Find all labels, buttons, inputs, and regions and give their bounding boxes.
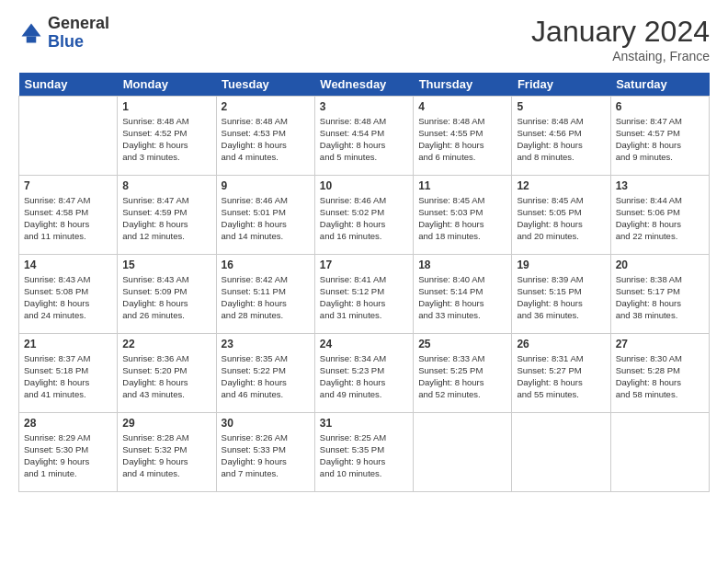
cell-line: Daylight: 8 hours: [222, 140, 310, 152]
cell-content: 17Sunrise: 8:41 AMSunset: 5:12 PMDayligh…: [320, 258, 408, 321]
cell-line: Sunset: 5:08 PM: [24, 286, 112, 298]
cell-line: Daylight: 8 hours: [122, 140, 210, 152]
cell-line: and 38 minutes.: [616, 310, 704, 322]
calendar-cell: 19Sunrise: 8:39 AMSunset: 5:15 PMDayligh…: [512, 255, 610, 334]
cell-line: Sunrise: 8:30 AM: [616, 353, 704, 365]
day-number: 28: [24, 416, 112, 431]
cell-line: and 26 minutes.: [122, 310, 210, 322]
calendar-cell: [19, 97, 118, 176]
calendar-cell: 18Sunrise: 8:40 AMSunset: 5:14 PMDayligh…: [414, 255, 512, 334]
calendar-cell: 25Sunrise: 8:33 AMSunset: 5:25 PMDayligh…: [414, 334, 512, 413]
cell-line: Sunrise: 8:43 AM: [24, 274, 112, 286]
cell-content: 7Sunrise: 8:47 AMSunset: 4:58 PMDaylight…: [24, 178, 112, 242]
cell-content: 2Sunrise: 8:48 AMSunset: 4:53 PMDaylight…: [222, 99, 310, 163]
cell-line: Sunset: 5:28 PM: [616, 365, 704, 377]
cell-line: Daylight: 8 hours: [222, 298, 310, 310]
cell-content: 21Sunrise: 8:37 AMSunset: 5:18 PMDayligh…: [24, 337, 112, 400]
cell-line: Sunrise: 8:33 AM: [418, 353, 506, 365]
cell-line: Sunset: 5:20 PM: [122, 365, 210, 377]
cell-line: and 11 minutes.: [24, 231, 112, 243]
cell-content: 3Sunrise: 8:48 AMSunset: 4:54 PMDaylight…: [320, 99, 408, 163]
cell-line: Sunrise: 8:35 AM: [222, 353, 310, 365]
cell-line: Sunset: 5:33 PM: [222, 444, 310, 456]
calendar-cell: 11Sunrise: 8:45 AMSunset: 5:03 PMDayligh…: [414, 176, 512, 255]
col-header-wednesday: Wednesday: [314, 73, 413, 97]
cell-content: 20Sunrise: 8:38 AMSunset: 5:17 PMDayligh…: [616, 258, 704, 321]
day-number: 9: [222, 178, 310, 193]
calendar-cell: [512, 413, 610, 492]
cell-line: Sunrise: 8:40 AM: [418, 274, 506, 286]
cell-line: and 24 minutes.: [24, 310, 112, 322]
cell-line: Sunrise: 8:48 AM: [222, 116, 310, 128]
calendar-cell: [610, 413, 709, 492]
cell-line: Daylight: 9 hours: [320, 456, 408, 468]
cell-line: Daylight: 8 hours: [320, 298, 408, 310]
day-number: 6: [616, 99, 704, 114]
cell-line: Sunrise: 8:48 AM: [320, 116, 408, 128]
cell-line: Daylight: 8 hours: [517, 298, 605, 310]
week-row-1: 1Sunrise: 8:48 AMSunset: 4:52 PMDaylight…: [19, 97, 710, 176]
day-number: 27: [616, 337, 704, 351]
calendar-cell: 22Sunrise: 8:36 AMSunset: 5:20 PMDayligh…: [118, 334, 216, 413]
calendar-cell: 21Sunrise: 8:37 AMSunset: 5:18 PMDayligh…: [19, 334, 118, 413]
col-header-sunday: Sunday: [19, 73, 118, 97]
day-number: 19: [517, 258, 605, 272]
cell-line: Sunrise: 8:47 AM: [616, 116, 704, 128]
cell-line: Sunset: 4:57 PM: [616, 128, 704, 140]
day-number: 29: [122, 416, 210, 431]
day-number: 25: [418, 337, 506, 351]
cell-line: Sunrise: 8:29 AM: [24, 432, 112, 444]
cell-line: Sunset: 4:58 PM: [24, 207, 112, 219]
cell-line: and 36 minutes.: [517, 310, 605, 322]
cell-content: 30Sunrise: 8:26 AMSunset: 5:33 PMDayligh…: [222, 416, 310, 479]
day-number: 2: [222, 99, 310, 114]
week-row-3: 14Sunrise: 8:43 AMSunset: 5:08 PMDayligh…: [19, 255, 710, 334]
cell-line: Sunset: 5:32 PM: [122, 444, 210, 456]
day-number: 13: [616, 178, 704, 193]
cell-line: Daylight: 8 hours: [24, 377, 112, 389]
cell-line: Daylight: 8 hours: [24, 298, 112, 310]
calendar-cell: 7Sunrise: 8:47 AMSunset: 4:58 PMDaylight…: [19, 176, 118, 255]
cell-line: Daylight: 8 hours: [122, 298, 210, 310]
cell-line: Sunrise: 8:45 AM: [418, 195, 506, 207]
svg-rect-1: [27, 36, 37, 42]
cell-line: Sunset: 5:02 PM: [320, 207, 408, 219]
cell-content: 31Sunrise: 8:25 AMSunset: 5:35 PMDayligh…: [320, 416, 408, 479]
cell-line: and 28 minutes.: [222, 310, 310, 322]
day-number: 5: [517, 99, 605, 114]
col-header-tuesday: Tuesday: [216, 73, 314, 97]
day-number: 8: [122, 178, 210, 193]
cell-line: Sunrise: 8:48 AM: [418, 116, 506, 128]
cell-content: 13Sunrise: 8:44 AMSunset: 5:06 PMDayligh…: [616, 178, 704, 242]
calendar-cell: 10Sunrise: 8:46 AMSunset: 5:02 PMDayligh…: [314, 176, 413, 255]
cell-line: Sunrise: 8:26 AM: [222, 432, 310, 444]
cell-line: Sunset: 5:11 PM: [222, 286, 310, 298]
week-row-5: 28Sunrise: 8:29 AMSunset: 5:30 PMDayligh…: [19, 413, 710, 492]
cell-content: 10Sunrise: 8:46 AMSunset: 5:02 PMDayligh…: [320, 178, 408, 242]
cell-line: and 55 minutes.: [517, 389, 605, 401]
cell-content: 27Sunrise: 8:30 AMSunset: 5:28 PMDayligh…: [616, 337, 704, 400]
day-number: 10: [320, 178, 408, 193]
cell-line: and 31 minutes.: [320, 310, 408, 322]
cell-line: Daylight: 8 hours: [222, 377, 310, 389]
day-number: 17: [320, 258, 408, 272]
header: General Blue January 2024 Anstaing, Fran…: [18, 15, 710, 63]
cell-line: Sunset: 4:56 PM: [517, 128, 605, 140]
header-row: SundayMondayTuesdayWednesdayThursdayFrid…: [19, 73, 710, 97]
day-number: 7: [24, 178, 112, 193]
day-number: 22: [122, 337, 210, 351]
cell-line: Sunset: 5:27 PM: [517, 365, 605, 377]
cell-content: 9Sunrise: 8:46 AMSunset: 5:01 PMDaylight…: [222, 178, 310, 242]
cell-line: Sunset: 5:22 PM: [222, 365, 310, 377]
cell-line: and 52 minutes.: [418, 389, 506, 401]
cell-line: Sunrise: 8:47 AM: [24, 195, 112, 207]
calendar-cell: 4Sunrise: 8:48 AMSunset: 4:55 PMDaylight…: [414, 97, 512, 176]
cell-line: Sunrise: 8:28 AM: [122, 432, 210, 444]
cell-content: 4Sunrise: 8:48 AMSunset: 4:55 PMDaylight…: [418, 99, 506, 163]
cell-line: Daylight: 8 hours: [517, 140, 605, 152]
cell-content: 28Sunrise: 8:29 AMSunset: 5:30 PMDayligh…: [24, 416, 112, 479]
logo-blue: Blue: [48, 32, 84, 51]
cell-line: Sunset: 5:25 PM: [418, 365, 506, 377]
day-number: 30: [222, 416, 310, 431]
day-number: 11: [418, 178, 506, 193]
